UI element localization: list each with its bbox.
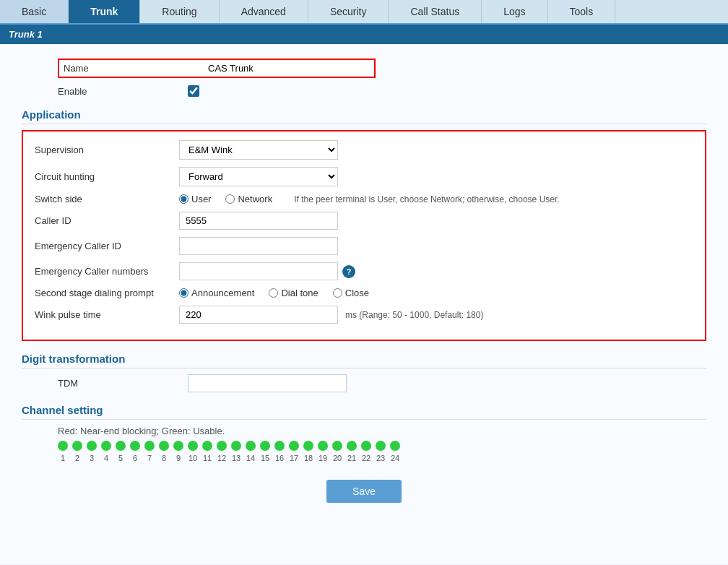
second-stage-label: Second stage dialing prompt: [35, 288, 179, 298]
channel-number-12: 12: [217, 454, 227, 462]
switch-side-user-label[interactable]: User: [179, 194, 211, 204]
channel-dot-16: [274, 441, 285, 451]
switch-side-network-radio[interactable]: [225, 194, 235, 204]
circuit-hunting-select[interactable]: Forward Backward Ascending Descending: [179, 167, 338, 186]
channel-dot-7: [144, 441, 155, 451]
tab-advanced[interactable]: Advanced: [220, 0, 308, 23]
caller-id-input[interactable]: [179, 212, 338, 230]
channel-number-18: 18: [303, 454, 313, 462]
second-stage-close-text: Close: [345, 288, 369, 298]
channel-dot-23: [376, 441, 386, 451]
emergency-caller-numbers-row: Emergency Caller numbers ?: [35, 262, 693, 280]
channel-dots: [58, 441, 706, 451]
channel-number-19: 19: [318, 454, 328, 462]
breadcrumb: Trunk 1: [0, 25, 728, 44]
save-button[interactable]: Save: [326, 480, 402, 503]
switch-side-radio-group: User Network If the peer terminal is Use…: [179, 194, 560, 204]
second-stage-close-radio[interactable]: [333, 288, 342, 298]
channel-dot-12: [217, 441, 227, 451]
wink-pulse-input[interactable]: [179, 306, 338, 324]
enable-checkbox[interactable]: [188, 85, 199, 97]
channel-setting-content: Red: Near-end blocking; Green: Usable. 1…: [58, 426, 706, 462]
channel-dot-14: [246, 441, 256, 451]
switch-side-label: Switch side: [35, 194, 179, 204]
channel-number-14: 14: [246, 454, 256, 462]
channel-number-9: 9: [173, 454, 183, 462]
channel-number-1: 1: [58, 454, 68, 462]
emergency-caller-numbers-input[interactable]: [179, 262, 338, 280]
channel-number-15: 15: [260, 454, 270, 462]
channel-dot-19: [318, 441, 328, 451]
tab-routing[interactable]: Routing: [140, 0, 219, 23]
emergency-caller-id-input[interactable]: [179, 237, 338, 255]
channel-number-16: 16: [274, 454, 285, 462]
second-stage-dialtone-radio[interactable]: [269, 288, 278, 298]
second-stage-announcement-label[interactable]: Announcement: [179, 288, 254, 298]
emergency-caller-id-row: Emergency Caller ID: [35, 237, 693, 255]
channel-dot-24: [390, 441, 400, 451]
channel-number-3: 3: [87, 454, 97, 462]
circuit-hunting-row: Circuit hunting Forward Backward Ascendi…: [35, 167, 693, 186]
channel-dot-1: [58, 441, 68, 451]
channel-number-5: 5: [116, 454, 126, 462]
channel-dot-2: [72, 441, 82, 451]
second-stage-announcement-text: Announcement: [191, 288, 254, 298]
channel-dot-4: [101, 441, 111, 451]
switch-side-user-radio[interactable]: [179, 194, 188, 204]
channel-numbers: 123456789101112131415161718192021222324: [58, 454, 706, 462]
channel-number-13: 13: [231, 454, 241, 462]
channel-dot-5: [116, 441, 126, 451]
name-field-container: Name: [58, 59, 376, 78]
name-input[interactable]: [208, 63, 370, 74]
wink-pulse-label: Wink pulse time: [35, 309, 179, 320]
circuit-hunting-label: Circuit hunting: [35, 171, 179, 182]
channel-number-2: 2: [72, 454, 82, 462]
caller-id-row: Caller ID: [35, 212, 693, 230]
channel-number-23: 23: [376, 454, 386, 462]
tab-security[interactable]: Security: [308, 0, 389, 23]
supervision-label: Supervision: [35, 145, 179, 155]
tab-tools[interactable]: Tools: [548, 0, 616, 23]
switch-side-network-label[interactable]: Network: [225, 194, 272, 204]
tdm-input[interactable]: [188, 374, 347, 392]
tab-basic[interactable]: Basic: [0, 0, 69, 23]
enable-label: Enable: [58, 86, 188, 97]
wink-pulse-hint: ms (Range: 50 - 1000, Default: 180): [345, 310, 483, 320]
channel-number-10: 10: [188, 454, 198, 462]
second-stage-radio-group: Announcement Dial tone Close: [179, 288, 369, 298]
application-section-header: Application: [22, 108, 706, 124]
digit-transformation-row: TDM: [22, 374, 706, 392]
channel-setting-header: Channel setting: [22, 404, 706, 420]
second-stage-announcement-radio[interactable]: [179, 288, 188, 298]
name-label: Name: [64, 63, 208, 74]
channel-number-7: 7: [144, 454, 155, 462]
save-button-container: Save: [22, 480, 706, 503]
channel-dot-15: [260, 441, 270, 451]
nav-tabs: Basic Trunk Routing Advanced Security Ca…: [0, 0, 728, 25]
application-box: Supervision E&M Wink E&M Immediate Loop …: [22, 130, 706, 341]
channel-number-22: 22: [361, 454, 371, 462]
switch-side-hint: If the peer terminal is User, choose Net…: [294, 194, 560, 204]
channel-dot-3: [87, 441, 97, 451]
channel-dot-22: [361, 441, 371, 451]
supervision-select[interactable]: E&M Wink E&M Immediate Loop Start Ground…: [179, 140, 338, 160]
second-stage-dialtone-text: Dial tone: [281, 288, 318, 298]
channel-dot-10: [188, 441, 198, 451]
channel-number-6: 6: [130, 454, 140, 462]
main-content: Name Enable Application Supervision E&M …: [0, 44, 728, 564]
channel-dot-21: [347, 441, 357, 451]
emergency-caller-help-icon[interactable]: ?: [342, 265, 355, 278]
channel-dot-11: [202, 441, 212, 451]
tab-call-status[interactable]: Call Status: [389, 0, 482, 23]
supervision-row: Supervision E&M Wink E&M Immediate Loop …: [35, 140, 693, 160]
channel-number-4: 4: [101, 454, 111, 462]
second-stage-close-label[interactable]: Close: [333, 288, 369, 298]
channel-number-20: 20: [332, 454, 342, 462]
channel-dot-20: [332, 441, 342, 451]
switch-side-network-text: Network: [238, 194, 272, 204]
tab-logs[interactable]: Logs: [482, 0, 547, 23]
tdm-label: TDM: [58, 378, 188, 389]
second-stage-dialtone-label[interactable]: Dial tone: [269, 288, 318, 298]
channel-dot-8: [159, 441, 169, 451]
tab-trunk[interactable]: Trunk: [69, 0, 140, 23]
